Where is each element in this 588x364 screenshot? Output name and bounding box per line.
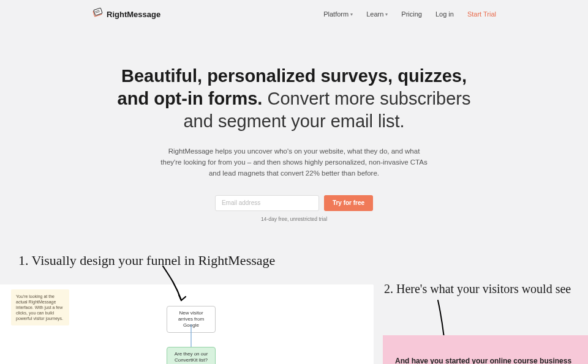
visitor-preview-panel: And have you started your online course …	[383, 335, 588, 364]
nav-label: Pricing	[401, 10, 422, 18]
step1-heading: 1. Visually design your funnel in RightM…	[18, 253, 275, 269]
try-free-button[interactable]: Try for free	[324, 195, 373, 211]
logo-icon	[92, 7, 103, 21]
nav-cta-start-trial[interactable]: Start Trial	[467, 10, 496, 18]
nav-label: Learn	[366, 10, 383, 18]
top-nav: RightMessage Platform ▾ Learn ▾ Pricing …	[0, 0, 588, 28]
brand[interactable]: RightMessage	[92, 7, 160, 21]
info-tooltip: You're looking at the actual RightMessag…	[11, 289, 69, 325]
nav-item-platform[interactable]: Platform ▾	[323, 10, 353, 18]
chevron-down-icon: ▾	[385, 12, 388, 17]
nav-item-pricing[interactable]: Pricing	[401, 10, 422, 18]
nav-item-login[interactable]: Log in	[435, 10, 454, 18]
flow-node-start[interactable]: New visitor arrives from Google	[167, 306, 216, 333]
nav-label: Platform	[323, 10, 349, 18]
brand-name: RightMessage	[107, 10, 160, 19]
step2-heading: 2. Here's what your visitors would see	[384, 282, 571, 296]
signup-form: Try for free	[92, 195, 496, 211]
nav-links: Platform ▾ Learn ▾ Pricing Log in Start …	[323, 10, 496, 18]
hero-headline: Beautiful, personalized surveys, quizzes…	[107, 65, 481, 133]
hero-subtext: RightMessage helps you uncover who's on …	[159, 146, 429, 179]
nav-label: Log in	[435, 10, 454, 18]
nav-cta-label: Start Trial	[467, 10, 496, 18]
trial-note: 14-day free, unrestricted trial	[92, 216, 496, 222]
visitor-question: And have you started your online course …	[395, 356, 576, 364]
email-input[interactable]	[215, 195, 319, 211]
hero: Beautiful, personalized surveys, quizzes…	[0, 65, 588, 222]
nav-item-learn[interactable]: Learn ▾	[366, 10, 388, 18]
flow-node-decision[interactable]: Are they on our ConvertKit list?	[167, 347, 216, 364]
chevron-down-icon: ▾	[350, 12, 353, 17]
